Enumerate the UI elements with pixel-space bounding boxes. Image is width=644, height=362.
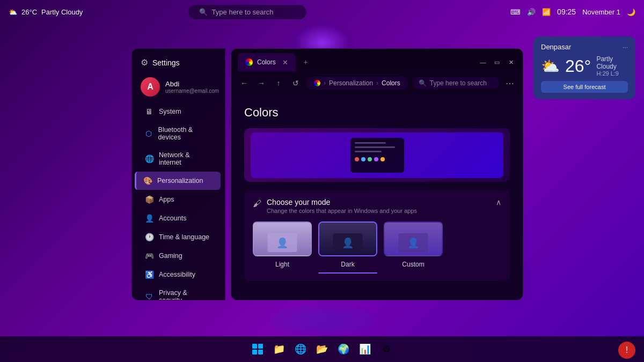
store-icon: 📊	[359, 343, 371, 355]
mode-option-custom[interactable]: 👤 Custom	[384, 221, 443, 274]
topbar-time: 09:25	[557, 8, 576, 16]
browser-content: Colors	[231, 95, 523, 300]
mode-text: Choose your mode Change the colors that …	[267, 198, 417, 214]
sidebar-item-label: Accounts	[159, 215, 186, 222]
keyboard-icon: ⌨	[510, 8, 521, 16]
sidebar-item-gaming[interactable]: 🎮 Gaming	[136, 247, 221, 265]
theme-preview-card	[244, 128, 510, 182]
network-icon: 🌐	[145, 154, 153, 163]
maximize-button[interactable]: ▭	[492, 57, 502, 68]
mode-label-light: Light	[275, 261, 289, 268]
browser-nav: ← → ↑ ↺ › Personalization › Colors 🔍 Typ…	[231, 71, 523, 95]
gaming-icon: 🎮	[145, 252, 153, 260]
mode-section: 🖌 Choose your mode Change the colors tha…	[244, 190, 510, 281]
tab-close-button[interactable]: ✕	[282, 58, 288, 67]
sidebar-item-label: Accessibility	[159, 271, 195, 278]
taskbar-settings[interactable]: ⚙	[377, 339, 396, 359]
time-icon: 🕐	[145, 233, 153, 241]
sidebar-item-time[interactable]: 🕐 Time & language	[136, 228, 221, 246]
weather-card-header: Denpasar ···	[541, 43, 628, 51]
weather-card-more[interactable]: ···	[623, 43, 628, 51]
weather-card-icon: ⛅	[541, 57, 560, 75]
taskbar-files[interactable]: 📂	[312, 339, 332, 359]
address-favicon	[314, 80, 320, 86]
topbar: ⛅ 26°C Partly Cloudy 🔍 Type here to sear…	[0, 0, 644, 24]
more-button[interactable]: ⋯	[503, 78, 516, 88]
mode-option-dark[interactable]: 👤 Dark	[318, 221, 377, 274]
settings-header: ⚙ Settings	[132, 49, 225, 72]
sidebar-item-label: Network & internet	[159, 151, 212, 166]
browser-window: Colors ✕ ＋ — ▭ ✕ ← → ↑ ↺ › Personalizati…	[231, 48, 523, 300]
sidebar-item-label: Time & language	[159, 233, 209, 241]
minimize-button[interactable]: —	[478, 57, 488, 68]
files-icon: 📂	[316, 343, 328, 355]
user-info: Abdi username@email.com	[165, 80, 219, 94]
edge-icon: 🌍	[338, 343, 349, 355]
mode-subtitle: Change the colors that appear in Windows…	[267, 208, 417, 214]
sidebar-item-label: Bluetooth & devices	[158, 126, 212, 141]
sidebar-item-system[interactable]: 🖥 System	[136, 102, 221, 121]
back-button[interactable]: ←	[238, 77, 251, 90]
topbar-temperature: 26°C	[21, 8, 37, 16]
breadcrumb-colors: Colors	[382, 79, 400, 87]
sidebar-item-apps[interactable]: 📦 Apps	[136, 190, 221, 209]
mode-thumb-light: 👤	[253, 221, 312, 256]
sidebar-item-accounts[interactable]: 👤 Accounts	[136, 209, 221, 227]
sidebar-item-personalization[interactable]: 🎨 Personalization	[135, 172, 221, 190]
taskbar: 📁 🌐 📂 🌍 📊 ⚙	[0, 336, 644, 362]
settings-gear-icon: ⚙	[141, 57, 148, 68]
close-button[interactable]: ✕	[506, 57, 516, 68]
weather-city: Denpasar	[541, 43, 571, 51]
sidebar-item-privacy[interactable]: 🛡 Privacy & security	[136, 284, 221, 300]
forward-button[interactable]: →	[255, 77, 268, 90]
volume-icon: 🔊	[527, 8, 536, 16]
address-search[interactable]: 🔍 Type here to search	[412, 77, 499, 89]
personalization-icon: 🎨	[143, 176, 152, 185]
sidebar-item-bluetooth[interactable]: ⬡ Bluetooth & devices	[136, 121, 221, 146]
tab-favicon	[245, 58, 253, 66]
explorer-icon: 📁	[273, 343, 285, 355]
weather-card-desc: Partly Cloudy	[596, 55, 628, 70]
taskbar-browser[interactable]: 🌐	[291, 339, 310, 359]
notification-icon[interactable]: !	[618, 342, 635, 359]
breadcrumb-sep2: ›	[376, 79, 378, 87]
taskbar-start[interactable]	[248, 339, 267, 359]
taskbar-explorer[interactable]: 📁	[269, 339, 289, 359]
mode-label-custom: Custom	[402, 261, 424, 268]
user-name: Abdi	[165, 80, 219, 88]
sidebar-item-label: Personalization	[157, 177, 203, 184]
topbar-search[interactable]: 🔍 Type here to search	[188, 5, 306, 19]
sidebar-item-accessibility[interactable]: ♿ Accessibility	[136, 265, 221, 284]
tab-add-button[interactable]: ＋	[302, 57, 309, 67]
forecast-button[interactable]: See full forecast	[541, 81, 628, 93]
taskbar-store[interactable]: 📊	[355, 339, 375, 359]
sidebar-item-label: System	[159, 108, 181, 115]
weather-card-temp: 26°	[565, 56, 591, 76]
search-icon: 🔍	[199, 8, 208, 16]
browser-tab-colors[interactable]: Colors ✕	[238, 53, 296, 71]
topbar-date: November 1	[582, 8, 620, 16]
window-controls: — ▭ ✕	[478, 57, 516, 68]
sidebar-item-network[interactable]: 🌐 Network & internet	[136, 146, 221, 171]
windows-icon	[252, 344, 263, 354]
up-button[interactable]: ↑	[272, 77, 285, 90]
svg-rect-2	[252, 350, 257, 354]
breadcrumb-personalization: Personalization	[329, 79, 373, 87]
taskbar-edge[interactable]: 🌍	[334, 339, 353, 359]
mode-thumb-custom: 👤	[384, 221, 443, 256]
wifi-icon: 📶	[542, 8, 551, 16]
apps-icon: 📦	[145, 195, 153, 204]
mode-option-light[interactable]: 👤 Light	[253, 221, 312, 274]
mode-header: 🖌 Choose your mode Change the colors tha…	[253, 198, 501, 214]
browser-icon: 🌐	[295, 343, 306, 355]
refresh-button[interactable]: ↺	[289, 77, 302, 90]
bluetooth-icon: ⬡	[145, 129, 153, 138]
accessibility-icon: ♿	[145, 270, 153, 279]
accounts-icon: 👤	[145, 214, 153, 223]
decorative-orb-bottom	[268, 304, 376, 336]
notification-symbol: !	[626, 345, 628, 355]
mode-chevron-icon[interactable]: ∧	[496, 198, 501, 206]
address-bar: › Personalization › Colors	[306, 77, 408, 90]
avatar: A	[141, 77, 160, 97]
user-section[interactable]: A Abdi username@email.com	[132, 72, 225, 102]
